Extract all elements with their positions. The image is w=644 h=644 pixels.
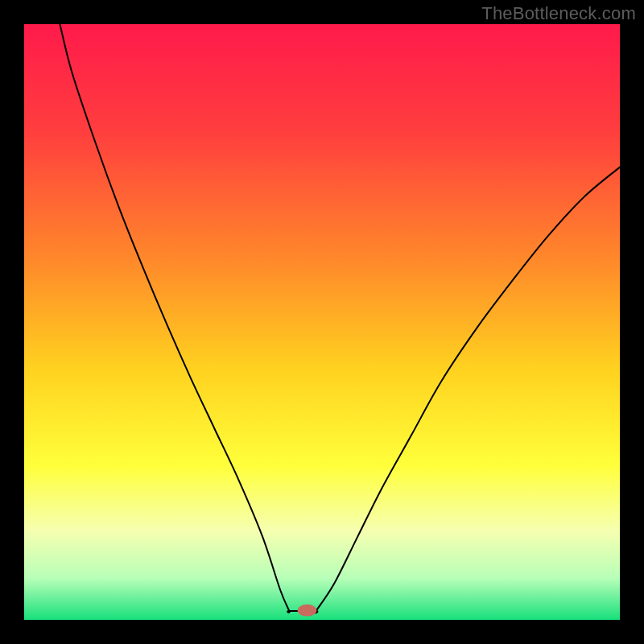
chart-background <box>24 24 620 620</box>
bottleneck-chart <box>24 24 620 620</box>
plot-area <box>24 24 620 620</box>
chart-frame: TheBottleneck.com <box>0 0 644 644</box>
minimum-marker <box>298 605 317 617</box>
watermark-text: TheBottleneck.com <box>481 3 636 24</box>
